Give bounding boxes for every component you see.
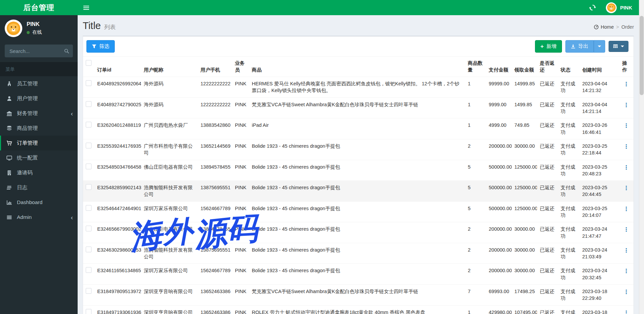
cell-nickname: 佛山庄臣电器有限公司 bbox=[141, 222, 198, 243]
row-actions-button[interactable]: ⋮ bbox=[622, 206, 630, 212]
row-actions-button[interactable]: ⋮ bbox=[622, 164, 630, 171]
cell-status: 支付成功 bbox=[558, 305, 580, 314]
brand-logo[interactable]: 后台管理 bbox=[0, 0, 78, 15]
sidebar-item-config[interactable]: 统一配置 bbox=[0, 150, 78, 165]
row-checkbox-cell bbox=[83, 181, 95, 202]
sidebar-user-status[interactable]: 在线 bbox=[27, 29, 42, 35]
cell-created-at: 2023-03-25 20:44:45 bbox=[580, 181, 619, 202]
add-button-label: 新增 bbox=[546, 43, 557, 50]
row-checkbox[interactable] bbox=[86, 205, 91, 211]
row-checkbox[interactable] bbox=[86, 184, 91, 190]
cell-pay-amount: 200000.00 bbox=[486, 222, 512, 243]
sidebar-item-finance[interactable]: 财务管理 ‹ bbox=[0, 106, 78, 121]
table-row: E325485034766458 佛山庄臣电器有限公司 13894578455 … bbox=[83, 160, 634, 181]
caret-down-icon bbox=[598, 46, 601, 47]
cell-created-at: 2023-03-24 21:47:47 bbox=[580, 222, 619, 243]
card-toolbar: 筛选 + 新增 导出 bbox=[83, 36, 634, 57]
cell-phone: 13652463386 bbox=[198, 285, 232, 306]
row-checkbox[interactable] bbox=[86, 267, 91, 273]
row-checkbox-cell bbox=[83, 305, 95, 314]
sidebar-item-invite-code[interactable]: 邀请码 bbox=[0, 165, 78, 180]
cell-actions: ⋮ bbox=[619, 264, 634, 285]
breadcrumb-home-link[interactable]: Home bbox=[594, 24, 614, 30]
cell-created-at: 2023-03-18 22:28:39 bbox=[580, 305, 619, 314]
cell-status: 支付成功 bbox=[558, 264, 580, 285]
page-scrollbar[interactable] bbox=[639, 0, 644, 314]
cell-receive-amount: 30000.00 bbox=[512, 139, 537, 160]
cell-order-id: E326204012488119 bbox=[95, 118, 141, 139]
row-checkbox[interactable] bbox=[86, 80, 91, 86]
caret-down-icon bbox=[621, 46, 624, 47]
select-all-checkbox[interactable] bbox=[86, 60, 91, 66]
row-actions-button[interactable]: ⋮ bbox=[622, 143, 630, 150]
row-checkbox[interactable] bbox=[86, 247, 91, 252]
row-checkbox[interactable] bbox=[86, 143, 91, 148]
add-button[interactable]: + 新增 bbox=[535, 40, 562, 53]
header-returned: 是否返还 bbox=[537, 57, 558, 77]
user-menu[interactable]: PINK bbox=[606, 2, 632, 13]
sidebar-item-products[interactable]: 商品管理 bbox=[0, 121, 78, 136]
cell-qty: 1 bbox=[465, 77, 486, 98]
export-dropdown-toggle[interactable] bbox=[594, 40, 605, 53]
row-checkbox[interactable] bbox=[86, 164, 91, 169]
card-toolbar-right: + 新增 导出 bbox=[535, 40, 630, 53]
row-actions-button[interactable]: ⋮ bbox=[622, 310, 630, 314]
row-checkbox[interactable] bbox=[86, 226, 91, 231]
row-actions-button[interactable]: ⋮ bbox=[622, 247, 630, 254]
content-header: Title 列表 Home > Order bbox=[78, 15, 644, 31]
row-actions-button[interactable]: ⋮ bbox=[622, 81, 630, 87]
row-actions-button[interactable]: ⋮ bbox=[622, 289, 630, 295]
row-actions-button[interactable]: ⋮ bbox=[622, 226, 630, 233]
row-actions-button[interactable]: ⋮ bbox=[622, 122, 630, 129]
row-checkbox-cell bbox=[83, 222, 95, 243]
column-settings-button[interactable] bbox=[609, 41, 628, 52]
sidebar-item-users[interactable]: 用户管理 bbox=[0, 91, 78, 106]
filter-button-label: 筛选 bbox=[99, 43, 109, 50]
cell-order-id: E324656679903002 bbox=[95, 222, 141, 243]
header-nickname: 用户昵称 bbox=[141, 57, 198, 77]
row-actions-button[interactable]: ⋮ bbox=[622, 185, 630, 191]
search-input[interactable] bbox=[5, 45, 60, 57]
refresh-button[interactable] bbox=[589, 4, 596, 11]
table-row: E404892926992064 海外源码 12222222222 PINK H… bbox=[83, 77, 634, 98]
cell-phone: 13875695551 bbox=[198, 181, 232, 202]
filter-button[interactable]: 筛选 bbox=[86, 40, 115, 53]
sidebar-item-label: Admin bbox=[17, 214, 32, 220]
sidebar-item-staff[interactable]: 员工管理 bbox=[0, 76, 78, 91]
header-phone: 用户手机 bbox=[198, 57, 232, 77]
cell-qty: 1 bbox=[465, 97, 486, 118]
cell-status: 支付成功 bbox=[558, 285, 580, 306]
scrollbar-thumb[interactable] bbox=[640, 16, 644, 95]
cell-phone: 13894578455 bbox=[198, 222, 232, 243]
table-row: E318497809513972 深圳亚亨音响有限公司 13652463386 … bbox=[83, 285, 634, 306]
sidebar-toggle-button[interactable] bbox=[78, 0, 95, 15]
cell-pay-amount: 4999.00 bbox=[486, 118, 512, 139]
cell-returned: 已返还 bbox=[537, 118, 558, 139]
sidebar-menu-label: 菜单 bbox=[0, 62, 78, 76]
sidebar-item-admin[interactable]: Admin ‹ bbox=[0, 210, 78, 225]
sidebar-item-orders[interactable]: 订单管理 bbox=[0, 136, 78, 150]
cell-returned: 已返还 bbox=[537, 201, 558, 222]
row-actions-button[interactable]: ⋮ bbox=[622, 268, 630, 274]
cell-nickname: 深圳亚亨音响有限公司 bbox=[141, 305, 198, 314]
row-checkbox[interactable] bbox=[86, 309, 91, 314]
sidebar-item-label: 员工管理 bbox=[17, 80, 38, 87]
row-checkbox-cell bbox=[83, 160, 95, 181]
row-checkbox-cell bbox=[83, 77, 95, 98]
row-actions-button[interactable]: ⋮ bbox=[622, 102, 630, 108]
cell-agent: PINK bbox=[232, 264, 249, 285]
search-button[interactable] bbox=[60, 45, 73, 57]
sidebar-item-dashboard[interactable]: Dashboard bbox=[0, 195, 78, 210]
cell-nickname: 浩腾智能科技开发有限公司 bbox=[141, 243, 198, 264]
export-button[interactable]: 导出 bbox=[565, 40, 594, 53]
cell-status: 支付成功 bbox=[558, 77, 580, 98]
row-checkbox-cell bbox=[83, 118, 95, 139]
cell-actions: ⋮ bbox=[619, 305, 634, 314]
cell-nickname: 深圳万家乐有限公司 bbox=[141, 264, 198, 285]
row-checkbox[interactable] bbox=[86, 288, 91, 294]
cell-order-id: E318497809513972 bbox=[95, 285, 141, 306]
row-checkbox[interactable] bbox=[86, 101, 91, 107]
row-checkbox[interactable] bbox=[86, 122, 91, 127]
cell-status: 支付成功 bbox=[558, 139, 580, 160]
sidebar-item-logs[interactable]: 日志 bbox=[0, 180, 78, 195]
